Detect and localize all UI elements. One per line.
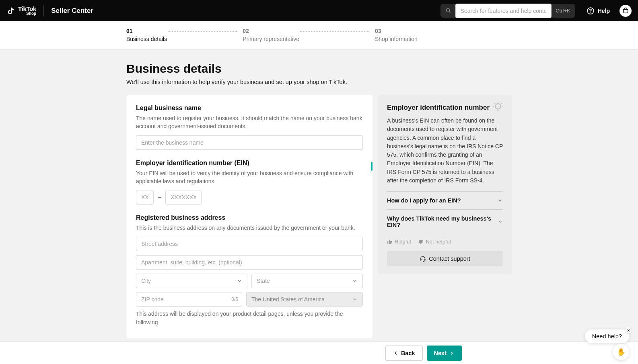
address-help: This is the business address on any docu… <box>136 224 363 232</box>
city-select[interactable]: City <box>136 274 247 288</box>
legal-name-input[interactable] <box>136 135 363 150</box>
search-input[interactable] <box>455 4 552 18</box>
section-address: Registered business address This is the … <box>136 214 363 326</box>
hand-icon: ✋ <box>617 348 626 356</box>
headset-icon <box>420 256 426 262</box>
back-button[interactable]: Back <box>385 346 423 361</box>
svg-rect-11 <box>420 259 421 260</box>
help-icon <box>587 7 595 15</box>
aside-body: A business's EIN can often be found on t… <box>387 117 503 185</box>
legal-name-title: Legal business name <box>136 104 363 112</box>
footer-bar: Back Next <box>0 342 638 364</box>
help-aside: Employer identification number A busines… <box>378 95 512 274</box>
chevron-down-icon <box>237 278 242 284</box>
ein-help: Your EIN will be used to verify the iden… <box>136 169 363 186</box>
shop-icon <box>622 7 629 14</box>
section-ein: Employer identification number (EIN) You… <box>136 160 363 205</box>
chevron-down-icon <box>498 219 503 225</box>
close-icon[interactable]: ✕ <box>625 327 632 333</box>
svg-point-4 <box>495 104 500 109</box>
chevron-left-icon <box>393 350 399 356</box>
section-legal-name: Legal business name The name used to reg… <box>136 104 363 150</box>
zip-input[interactable] <box>136 292 242 307</box>
chevron-down-icon <box>497 198 503 203</box>
step-separator <box>300 28 369 32</box>
brand-name-bottom: Shop <box>18 12 36 16</box>
svg-rect-12 <box>424 259 425 260</box>
aside-title: Employer identification number <box>387 104 503 112</box>
legal-name-help: The name used to register your business.… <box>136 114 363 131</box>
ein-input-suffix[interactable] <box>165 190 202 204</box>
ein-dash: – <box>158 194 161 201</box>
svg-line-7 <box>501 103 502 104</box>
zip-counter: 0/5 <box>231 297 238 302</box>
not-helpful-button[interactable]: Not helpful <box>418 239 451 245</box>
search-shortcut: Ctrl+K <box>556 8 570 14</box>
svg-line-6 <box>494 103 495 104</box>
form-card: Legal business name The name used to reg… <box>126 95 373 338</box>
chevron-down-icon <box>352 278 358 284</box>
ein-input-prefix[interactable] <box>136 190 154 204</box>
next-button[interactable]: Next <box>427 346 462 361</box>
faq-apply-ein[interactable]: How do I apply for an EIN? <box>387 191 503 209</box>
profile-button[interactable] <box>619 5 632 17</box>
svg-point-0 <box>446 9 449 12</box>
need-help-bubble[interactable]: Need help? ✕ <box>585 329 629 343</box>
help-link[interactable]: Help <box>587 7 610 15</box>
step-separator <box>168 28 237 32</box>
top-navbar: TikTok Shop Seller Center Ctrl+K Help <box>0 0 638 21</box>
divider <box>43 5 44 16</box>
helpful-button[interactable]: Helpful <box>387 239 411 245</box>
apartment-input[interactable] <box>136 255 363 270</box>
search-bar[interactable]: Ctrl+K <box>440 4 575 18</box>
tiktok-icon <box>6 6 15 15</box>
street-input[interactable] <box>136 237 363 251</box>
faq-why-ein[interactable]: Why does TikTok need my business's EIN? <box>387 209 503 234</box>
country-select: The United States of America <box>246 292 363 307</box>
address-title: Registered business address <box>136 214 363 221</box>
stepper-bar: 01 Business details 02 Primary represent… <box>0 21 638 50</box>
brand-logo[interactable]: TikTok Shop <box>6 6 36 16</box>
page-title: Business details <box>126 62 512 76</box>
contact-support-button[interactable]: Contact support <box>387 251 503 266</box>
step-business-details[interactable]: 01 Business details <box>126 28 167 42</box>
step-primary-representative[interactable]: 02 Primary representative <box>243 28 299 42</box>
chevron-down-icon <box>352 297 358 302</box>
brand-name-top: TikTok <box>18 6 36 12</box>
thumbs-up-icon <box>387 239 393 245</box>
seller-center-title[interactable]: Seller Center <box>51 7 93 15</box>
step-shop-information[interactable]: 03 Shop information <box>375 28 418 42</box>
state-select[interactable]: State <box>251 274 363 288</box>
address-note: This address will be displayed on your p… <box>136 310 363 326</box>
thumbs-down-icon <box>418 239 424 245</box>
svg-line-1 <box>449 12 450 13</box>
chevron-right-icon <box>449 350 455 356</box>
svg-point-3 <box>590 12 591 13</box>
assistant-button[interactable]: ✋ <box>613 344 629 360</box>
search-icon <box>445 8 451 14</box>
page-subtitle: We'll use this information to help verif… <box>126 79 512 85</box>
ein-title: Employer identification number (EIN) <box>136 160 363 167</box>
lightbulb-icon <box>492 100 504 113</box>
